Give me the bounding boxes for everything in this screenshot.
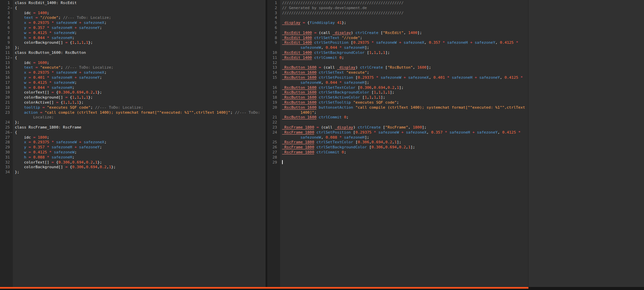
line-number[interactable]: 18 [267,95,280,100]
code-line[interactable]: 1400]"; [282,110,528,115]
line-number[interactable]: 23 [267,125,280,130]
line-number[interactable] [267,80,280,85]
code-line[interactable]: h = 0.044 * safezoneH; [15,85,266,90]
code-line[interactable]: Localize; [15,115,266,120]
code-line[interactable]: x = 0.29375 * safezoneW + safezoneX; [15,21,266,26]
code-line[interactable]: { [15,6,266,11]
fold-indicator-icon[interactable] [10,58,12,58]
line-number[interactable]: 1 [0,1,13,6]
line-number[interactable]: 4 [0,15,13,21]
code-line[interactable]: _RscEdit_1400 ctrlCommit 0; [282,56,528,61]
code-line[interactable] [282,26,528,31]
line-number[interactable]: 12 [267,61,280,66]
line-number[interactable]: 31 [0,155,13,160]
line-number[interactable]: 17 [267,90,280,95]
line-number[interactable]: 6 [0,26,13,31]
code-line[interactable]: class RscEdit_1400: RscEdit [15,1,266,6]
code-line[interactable]: _RscButton_1600 ctrlSetTextColor [0.306,… [282,85,528,90]
code-line[interactable]: _RscEdit_1400 = (call _display) ctrlCrea… [282,31,528,36]
line-number[interactable]: 29 [267,160,280,165]
line-number[interactable] [267,110,280,115]
code-line[interactable]: _RscFrame_1800 ctrlSetTextColor [0.306,0… [282,140,528,145]
code-line[interactable] [282,155,528,160]
code-line[interactable]: _RscEdit_1400 ctrlSetBackgroundColor [1,… [282,50,528,56]
line-number[interactable]: 10 [0,45,13,50]
line-number[interactable]: 14 [267,70,280,75]
line-number[interactable]: 29 [0,145,13,150]
line-number[interactable]: 10 [267,50,280,56]
line-number[interactable]: 24 [0,120,13,125]
code-line[interactable]: idc = 1800; [15,135,266,140]
code-line[interactable]: colorActive[] = {1,1,1,1}; [15,100,266,105]
line-number[interactable]: 8 [0,36,13,41]
line-number[interactable]: 7 [267,31,280,36]
code-line[interactable] [282,61,528,66]
line-number[interactable]: 17 [0,80,13,85]
line-number[interactable]: 22 [0,105,13,110]
line-number[interactable]: 3 [267,11,280,16]
line-number[interactable]: 13 [267,65,280,70]
line-number[interactable]: 21 [0,100,13,105]
code-line[interactable]: safezoneW, 0.044 * safezoneH]; [282,80,528,85]
code-line[interactable]: safezoneW, 0.088 * safezoneH]; [282,135,528,140]
line-number[interactable]: 34 [0,170,13,175]
line-number[interactable]: 28 [267,155,280,160]
code-line[interactable]: x = 0.29375 * safezoneW + safezoneX; [15,140,266,145]
code-line[interactable]: text = "execute"; //--- ToDo: Localize; [15,65,266,70]
code-line[interactable]: }; [15,120,266,125]
code-line[interactable]: _RscEdit_1400 ctrlSetPosition [0.29375 *… [282,40,528,45]
code-line[interactable]: class RscButton_1600: RscButton [15,50,266,56]
line-number[interactable]: 18 [0,85,13,90]
line-number[interactable]: 33 [0,165,13,170]
line-number[interactable]: 15 [0,70,13,75]
line-number[interactable]: 27 [267,150,280,155]
code-line[interactable]: w = 0.4125 * safezoneW; [15,31,266,36]
code-line[interactable]: _RscButton_1600 ctrlSetBackgroundColor [… [282,90,528,95]
line-number[interactable]: 2 [267,6,280,11]
code-line[interactable] [282,15,528,21]
line-number[interactable]: 16 [0,75,13,80]
right-line-number-gutter[interactable]: 1234567891011121314151617181920212223242… [267,0,280,287]
code-line[interactable] [282,160,528,165]
line-number[interactable]: 27 [0,135,13,140]
fold-indicator-icon[interactable] [10,132,12,133]
line-number[interactable]: 4 [267,15,280,21]
line-number[interactable]: 30 [0,150,13,155]
line-number[interactable]: 11 [267,56,280,61]
code-line[interactable]: ////////////////////////////////////////… [282,11,528,16]
line-number[interactable]: 20 [0,95,13,100]
code-line[interactable]: _RscFrame_1800 ctrlSetBackgroundColor [0… [282,145,528,150]
code-line[interactable]: _RscButton_1600 buttonsetAction "call co… [282,105,528,110]
line-number[interactable]: 28 [0,140,13,145]
code-line[interactable]: x = 0.29375 * safezoneW + safezoneX; [15,70,266,75]
code-line[interactable]: _RscButton_1600 ctrlSetPosition [0.29375… [282,75,528,80]
line-number[interactable]: 9 [267,40,280,45]
line-number[interactable]: 11 [0,50,13,56]
line-number[interactable]: 14 [0,65,13,70]
code-line[interactable]: w = 0.4125 * safezoneW; [15,150,266,155]
line-number[interactable]: 6 [267,26,280,31]
right-code-editor-surface[interactable]: ////////////////////////////////////////… [280,0,528,287]
code-line[interactable]: w = 0.4125 * safezoneW; [15,80,266,85]
code-line[interactable]: colorText[] = {0.306,0.694,0.2,1}; [15,160,266,165]
code-line[interactable]: y = 0.401 * safezoneH + safezoneY; [15,75,266,80]
line-number[interactable]: 26 [0,130,13,135]
line-number[interactable]: 15 [267,75,280,80]
line-number[interactable]: 23 [0,110,13,115]
line-number[interactable]: 13 [0,61,13,66]
code-line[interactable]: tooltip = "executes SQF code"; //--- ToD… [15,105,266,110]
left-code-editor-surface[interactable]: class RscEdit_1400: RscEdit{ idc = 1400;… [13,0,266,287]
line-number[interactable]: 5 [267,21,280,26]
line-number[interactable]: 9 [0,40,13,45]
code-line[interactable]: h = 0.088 * safezoneH; [15,155,266,160]
code-line[interactable]: colorBackground[] = {1,1,1,1}; [15,40,266,45]
code-line[interactable]: _RscButton_1600 = (call _display) ctrlCr… [282,65,528,70]
code-line[interactable]: safezoneW, 0.044 * safezoneH]; [282,45,528,50]
line-number[interactable]: 20 [267,105,280,110]
code-line[interactable]: _RscButton_1600 ctrlCommit 0; [282,115,528,120]
code-line[interactable]: idc = 1600; [15,61,266,66]
code-line[interactable]: { [15,56,266,61]
code-line[interactable]: _RscButton_1600 ctrlSetText "execute"; [282,70,528,75]
line-number[interactable]: 7 [0,31,13,36]
code-line[interactable]: { [15,130,266,135]
